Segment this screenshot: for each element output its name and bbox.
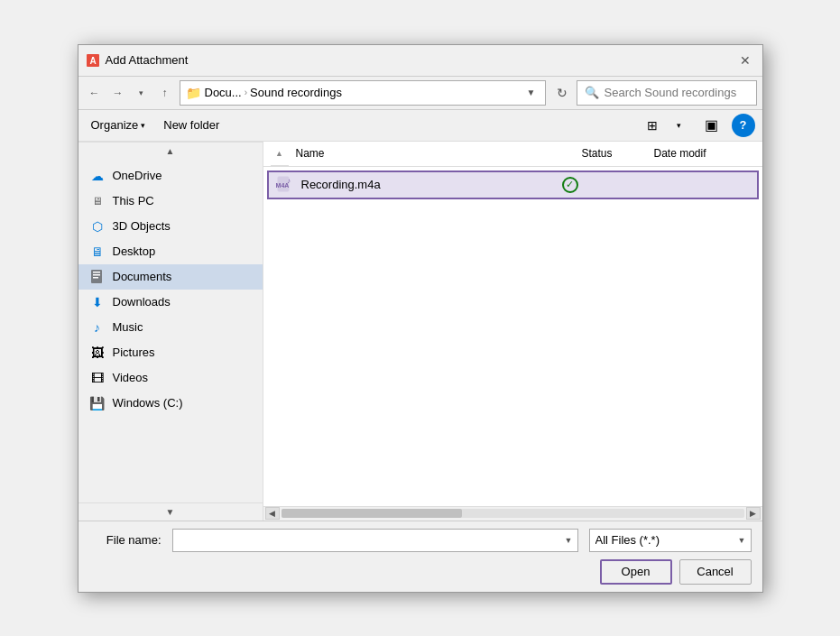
- dialog-icon: A: [86, 53, 100, 68]
- refresh-button[interactable]: ↻: [549, 80, 575, 106]
- filename-row: File name: All Files (*.*): [89, 529, 752, 552]
- pictures-icon: 🖼: [89, 345, 106, 361]
- downloads-icon: ⬇: [89, 294, 106, 310]
- sidebar-item-desktop[interactable]: 🖥 Desktop: [78, 239, 263, 264]
- address-bar: ← → ▾ ↑ 📁 Docu... › Sound recordings ▼ ↻…: [78, 77, 762, 110]
- svg-text:♪: ♪: [287, 177, 291, 185]
- address-path[interactable]: 📁 Docu... › Sound recordings ▼: [180, 80, 546, 106]
- action-row: Open Cancel: [89, 559, 752, 585]
- hscroll-thumb: [282, 509, 462, 518]
- file-list-header: ▲ Name Status Date modif: [263, 142, 762, 167]
- sidebar-item-onedrive[interactable]: ☁ OneDrive: [78, 163, 263, 189]
- filename-input-wrapper: [172, 529, 578, 552]
- sidebar-scroll-down[interactable]: ▼: [78, 502, 263, 521]
- sidebar-item-downloads[interactable]: ⬇ Downloads: [78, 290, 263, 315]
- col-header-date[interactable]: Date modif: [647, 143, 755, 163]
- cancel-button[interactable]: Cancel: [679, 559, 752, 585]
- svg-rect-3: [93, 272, 100, 273]
- history-dropdown-button[interactable]: ▾: [131, 82, 152, 104]
- forward-button[interactable]: →: [107, 82, 129, 104]
- col-header-status[interactable]: Status: [575, 143, 647, 163]
- organize-button[interactable]: Organize ▾: [86, 115, 152, 134]
- windowsc-icon: 💾: [89, 395, 106, 411]
- open-button[interactable]: Open: [600, 559, 672, 585]
- hscroll-left-button[interactable]: ◀: [265, 507, 280, 520]
- svg-rect-4: [93, 274, 100, 276]
- sidebar-scroll: ☁ OneDrive 🖥 This PC ⬡ 3D Objects 🖥 Desk…: [78, 160, 263, 502]
- file-scroll-up[interactable]: ▲: [271, 142, 289, 166]
- svg-text:A: A: [89, 56, 96, 66]
- file-status: ✓: [562, 177, 634, 193]
- address-dropdown-button[interactable]: ▼: [523, 86, 540, 99]
- sidebar-item-thispc[interactable]: 🖥 This PC: [78, 189, 263, 214]
- filename-label: File name:: [89, 533, 162, 547]
- sidebar-item-documents[interactable]: Documents: [78, 264, 263, 290]
- onedrive-icon: ☁: [89, 168, 106, 184]
- thispc-icon: 🖥: [89, 193, 106, 209]
- hscroll-right-button[interactable]: ▶: [746, 507, 761, 520]
- sidebar-item-windowsc[interactable]: 💾 Windows (C:): [78, 391, 263, 416]
- file-type-icon: M4A ♪: [276, 176, 294, 194]
- sidebar-item-label: Pictures: [113, 346, 155, 359]
- file-item[interactable]: M4A ♪ Recording.m4a ✓: [267, 171, 759, 199]
- breadcrumb-current: Sound recordings: [250, 86, 342, 99]
- search-icon: 🔍: [585, 86, 599, 99]
- breadcrumb: Docu... › Sound recordings: [205, 86, 342, 99]
- folder-icon: 📁: [186, 86, 201, 100]
- sidebar-item-label: OneDrive: [113, 169, 162, 182]
- file-name: Recording.m4a: [301, 178, 555, 191]
- view-options: ⊞ ▾: [640, 115, 692, 136]
- videos-icon: 🎞: [89, 370, 106, 386]
- sidebar-item-label: Downloads: [113, 295, 171, 309]
- up-button[interactable]: ↑: [154, 82, 176, 104]
- sidebar-item-label: Music: [113, 320, 143, 334]
- help-button[interactable]: ?: [732, 114, 755, 137]
- breadcrumb-separator: ›: [245, 88, 247, 97]
- toolbar: Organize ▾ New folder ⊞ ▾ ▣ ?: [78, 110, 762, 142]
- new-folder-button[interactable]: New folder: [158, 115, 225, 134]
- sidebar-item-label: Documents: [113, 270, 172, 283]
- main-content: ▲ ☁ OneDrive 🖥 This PC ⬡ 3D Objects 🖥 De…: [78, 142, 762, 521]
- hscroll-track[interactable]: [282, 509, 744, 518]
- desktop-icon: 🖥: [89, 244, 106, 260]
- filename-input[interactable]: [172, 529, 578, 552]
- organize-dropdown-icon: ▾: [141, 121, 145, 130]
- sidebar-item-label: 3D Objects: [113, 219, 171, 233]
- bottom-bar: File name: All Files (*.*) Open Cancel: [78, 521, 762, 592]
- close-button[interactable]: ✕: [735, 51, 755, 70]
- search-input[interactable]: [605, 86, 749, 99]
- music-icon: ♪: [89, 319, 106, 336]
- sidebar-item-label: Desktop: [113, 244, 156, 258]
- add-attachment-dialog: A Add Attachment ✕ ← → ▾ ↑ 📁 Docu... › S…: [78, 44, 763, 593]
- sidebar-item-label: This PC: [113, 194, 154, 207]
- filetype-select-wrapper: All Files (*.*): [589, 529, 752, 552]
- sidebar-item-music[interactable]: ♪ Music: [78, 315, 263, 340]
- dialog-title: Add Attachment: [106, 53, 735, 67]
- sidebar-item-pictures[interactable]: 🖼 Pictures: [78, 340, 263, 365]
- filetype-select[interactable]: All Files (*.*): [589, 529, 752, 552]
- sidebar-item-label: Windows (C:): [113, 396, 183, 410]
- title-bar: A Add Attachment ✕: [78, 45, 762, 77]
- search-box: 🔍: [577, 80, 757, 106]
- file-list-body: M4A ♪ Recording.m4a ✓: [263, 167, 762, 506]
- panel-button[interactable]: ▣: [699, 115, 725, 136]
- view-grid-button[interactable]: ⊞: [640, 115, 665, 136]
- sidebar-scroll-up[interactable]: ▲: [78, 142, 263, 160]
- documents-icon: [89, 269, 106, 285]
- file-area: ▲ Name Status Date modif M4A: [263, 142, 762, 521]
- status-check-icon: ✓: [562, 177, 578, 193]
- sidebar-item-3dobjects[interactable]: ⬡ 3D Objects: [78, 214, 263, 239]
- breadcrumb-parent: Docu...: [205, 86, 242, 99]
- sidebar: ▲ ☁ OneDrive 🖥 This PC ⬡ 3D Objects 🖥 De…: [78, 142, 263, 521]
- col-header-name[interactable]: Name: [289, 143, 575, 163]
- 3dobjects-icon: ⬡: [89, 218, 106, 235]
- sidebar-item-videos[interactable]: 🎞 Videos: [78, 365, 263, 391]
- sidebar-item-label: Videos: [113, 371, 149, 384]
- view-dropdown-button[interactable]: ▾: [667, 115, 692, 136]
- svg-rect-5: [93, 277, 98, 279]
- back-button[interactable]: ←: [84, 82, 106, 104]
- horizontal-scrollbar: ◀ ▶: [263, 506, 762, 521]
